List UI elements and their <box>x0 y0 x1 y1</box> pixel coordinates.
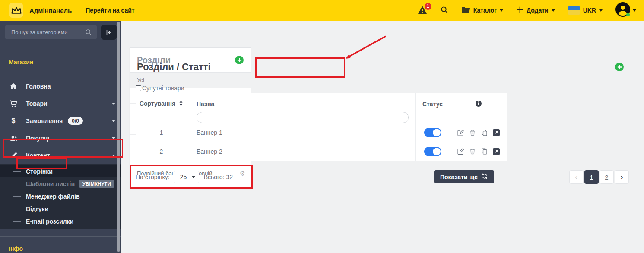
copy-icon[interactable] <box>481 129 488 136</box>
chevron-down-icon <box>112 103 115 105</box>
delete-icon[interactable] <box>469 129 476 136</box>
search-button[interactable] <box>440 6 448 15</box>
row-name-value: Баннер 1 <box>187 123 416 142</box>
sidebar-subitem-reviews[interactable]: Відгуки <box>0 202 121 215</box>
category-search-input[interactable] <box>5 25 97 39</box>
open-link-icon[interactable] <box>493 148 500 155</box>
column-label: Статус <box>422 101 443 108</box>
page-title: Розділи / Статті <box>137 61 211 73</box>
refresh-icon <box>481 173 488 181</box>
per-page-control: На сторінку: 25 Всього: 32 <box>136 171 233 183</box>
alerts-button[interactable]: 1 <box>418 6 427 16</box>
chevron-down-icon <box>599 9 603 12</box>
sidebar: Магазин Головна Товари $ Замовлення 0/0 <box>0 21 121 253</box>
actions-column-header <box>450 93 507 123</box>
sidebar-item-content[interactable]: Контент <box>0 147 121 164</box>
sidebar-divider <box>0 236 121 237</box>
column-label: Сортування <box>140 100 175 107</box>
tree-stub <box>13 221 21 222</box>
sidebar-nav: Головна Товари $ Замовлення 0/0 Покупці <box>0 78 121 229</box>
subitem-label: Менеджер файлів <box>26 193 80 200</box>
topbar: Адмінпанель Перейти на сайт 1 Каталог <box>0 0 644 21</box>
topbar-actions: 1 Каталог Додати <box>418 2 636 19</box>
table-row: 1 Баннер 1 <box>136 123 507 142</box>
sidebar-search-row <box>0 21 121 43</box>
sidebar-item-customers[interactable]: Покупці <box>0 130 121 147</box>
go-to-site-link[interactable]: Перейти на сайт <box>86 7 134 14</box>
sidebar-subitem-mail-templates[interactable]: Шаблони листів УВІМКНУТИ <box>0 177 121 190</box>
enable-badge[interactable]: УВІМКНУТИ <box>79 180 114 188</box>
related-products-checkbox[interactable] <box>136 85 141 91</box>
per-page-select[interactable]: 25 <box>174 171 199 183</box>
app-title: Адмінпанель <box>29 7 72 14</box>
collapse-sidebar-button[interactable] <box>101 25 117 40</box>
sidebar-item-label: Товари <box>26 100 48 107</box>
add-article-button[interactable] <box>615 63 624 71</box>
chevron-down-icon <box>112 120 115 122</box>
tree-stub <box>13 171 21 172</box>
subitem-label: Відгуки <box>26 206 48 212</box>
sidebar-item-home[interactable]: Головна <box>0 78 121 95</box>
pencil-icon <box>9 152 18 159</box>
page-button-1[interactable]: 1 <box>584 170 599 184</box>
sidebar-scrollbar[interactable] <box>117 22 120 252</box>
edit-icon[interactable] <box>457 129 464 136</box>
add-menu[interactable]: Додати <box>516 6 555 15</box>
chevron-down-icon <box>633 9 636 12</box>
info-icon[interactable] <box>475 100 482 123</box>
sidebar-subitem-email-campaigns[interactable]: E-mail розсилки <box>0 215 121 228</box>
sidebar-item-label: Покупці <box>26 135 49 142</box>
table-row: 2 Баннер 2 <box>136 142 507 161</box>
name-filter-input[interactable] <box>197 112 409 123</box>
sort-arrows-icon <box>179 100 183 108</box>
edit-icon[interactable] <box>457 148 464 155</box>
row-status-cell <box>416 142 450 161</box>
user-menu[interactable] <box>615 2 636 19</box>
copy-icon[interactable] <box>481 148 488 155</box>
status-toggle[interactable] <box>424 147 441 156</box>
language-menu[interactable]: UKR <box>568 6 603 15</box>
catalog-menu[interactable]: Каталог <box>461 6 503 15</box>
toggle-knob <box>433 129 441 136</box>
search-icon <box>85 28 92 38</box>
page-button-2[interactable]: 2 <box>600 170 614 184</box>
show-more-button[interactable]: Показати ще <box>434 170 494 183</box>
subitem-label: E-mail розсилки <box>26 218 73 225</box>
search-icon <box>440 6 448 15</box>
sidebar-item-label: Головна <box>26 83 51 90</box>
crown-logo-icon[interactable] <box>9 3 23 18</box>
articles-table: Сортування Назва Статус <box>136 93 507 161</box>
row-status-cell <box>416 123 450 142</box>
sort-column-header[interactable]: Сортування <box>136 93 187 123</box>
tree-stub <box>13 209 21 209</box>
sidebar-subitem-pages[interactable]: Сторінки <box>0 165 121 177</box>
gear-icon[interactable]: ⚙ <box>240 170 245 177</box>
add-section-button[interactable] <box>235 56 244 64</box>
prev-page-button[interactable]: ‹ <box>569 170 584 184</box>
status-toggle[interactable] <box>424 128 441 137</box>
chevron-down-icon <box>192 176 195 178</box>
row-actions-cell <box>450 123 507 142</box>
table-header-row: Сортування Назва Статус <box>136 93 507 123</box>
sidebar-item-products[interactable]: Товари <box>0 95 121 112</box>
sidebar-item-orders[interactable]: $ Замовлення 0/0 <box>0 112 121 130</box>
tree-stub <box>13 196 21 197</box>
online-status-dot <box>626 13 630 16</box>
subitem-label: Сторінки <box>26 168 53 175</box>
row-sort-value: 2 <box>136 142 187 161</box>
open-link-icon[interactable] <box>493 129 500 136</box>
catalog-label: Каталог <box>473 7 497 14</box>
admin-panel-app: Адмінпанель Перейти на сайт 1 Каталог <box>0 0 644 253</box>
chevron-down-icon <box>500 9 503 12</box>
sidebar-subitem-file-manager[interactable]: Менеджер файлів <box>0 190 121 202</box>
related-products-label: Супутні товари <box>142 85 184 92</box>
row-actions-cell <box>450 142 507 161</box>
pagination: ‹ 1 2 › <box>569 170 629 184</box>
chevron-up-icon <box>112 155 115 157</box>
next-page-button[interactable]: › <box>615 170 629 184</box>
tree-stub <box>13 184 21 184</box>
column-label: Назва <box>197 101 214 108</box>
plus-icon <box>516 6 523 15</box>
delete-icon[interactable] <box>469 148 476 155</box>
section-label-store: Магазин <box>0 59 121 66</box>
